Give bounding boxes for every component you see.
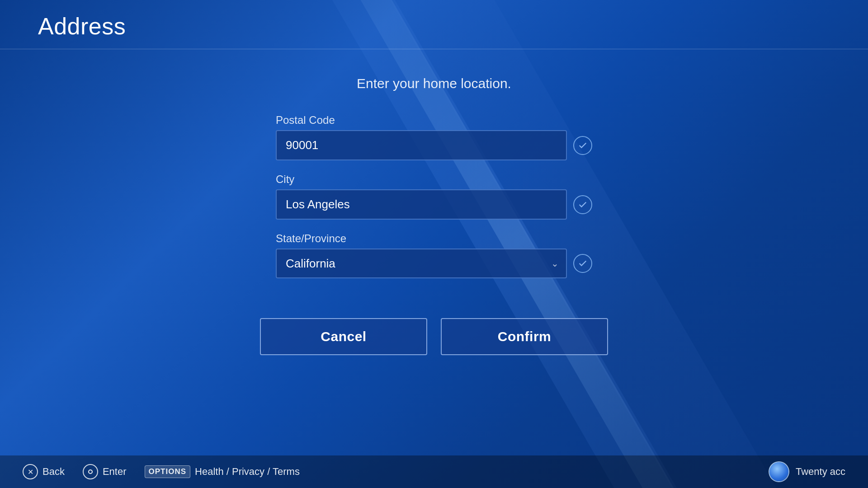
page-title: Address	[38, 13, 830, 40]
state-province-row: AlabamaAlaskaArizonaArkansasCaliforniaCo…	[276, 249, 592, 278]
options-badge: OPTIONS	[145, 465, 191, 478]
user-area: Twenty acc	[769, 461, 845, 482]
state-province-select[interactable]: AlabamaAlaskaArizonaArkansasCaliforniaCo…	[276, 249, 567, 278]
header: Address	[0, 0, 868, 49]
city-label: City	[276, 173, 592, 186]
state-select-wrapper: AlabamaAlaskaArizonaArkansasCaliforniaCo…	[276, 249, 567, 278]
user-name: Twenty acc	[796, 466, 845, 478]
postal-code-label: Postal Code	[276, 114, 592, 127]
state-province-label: State/Province	[276, 232, 592, 245]
state-province-group: State/Province AlabamaAlaskaArizonaArkan…	[276, 232, 592, 278]
health-item: OPTIONS Health / Privacy / Terms	[145, 465, 300, 478]
city-group: City	[276, 173, 592, 220]
bottom-bar: ✕ Back Enter OPTIONS Health / Privacy / …	[0, 455, 868, 488]
main-area: Enter your home location. Postal Code Ci…	[0, 49, 868, 455]
health-label: Health / Privacy / Terms	[195, 466, 300, 478]
subtitle-text: Enter your home location.	[357, 76, 511, 91]
postal-code-check-icon	[573, 136, 592, 155]
city-check-icon	[573, 195, 592, 214]
cancel-button[interactable]: Cancel	[260, 318, 427, 355]
confirm-button[interactable]: Confirm	[441, 318, 608, 355]
page-content: Address Enter your home location. Postal…	[0, 0, 868, 488]
state-check-icon	[573, 254, 592, 273]
enter-item: Enter	[83, 464, 127, 479]
form-container: Postal Code City	[276, 114, 592, 291]
back-label: Back	[42, 466, 65, 478]
enter-label: Enter	[103, 466, 127, 478]
postal-code-input[interactable]	[276, 130, 567, 160]
title-divider	[0, 49, 868, 49]
avatar	[769, 461, 789, 482]
circle-button-icon	[83, 464, 98, 479]
city-input[interactable]	[276, 189, 567, 220]
back-item: ✕ Back	[23, 464, 65, 479]
buttons-container: Cancel Confirm	[260, 318, 608, 355]
postal-code-row	[276, 130, 592, 160]
cross-button-icon: ✕	[23, 464, 38, 479]
city-row	[276, 189, 592, 220]
postal-code-group: Postal Code	[276, 114, 592, 160]
